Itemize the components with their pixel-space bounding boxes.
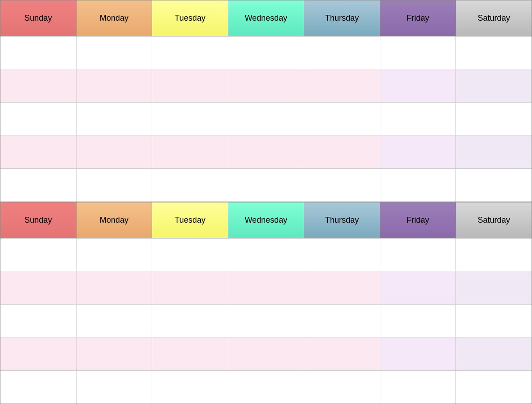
cell-2-4-tue[interactable] [152, 337, 228, 370]
cell-2-4-thu[interactable] [304, 337, 380, 370]
body-row-1-4 [0, 135, 532, 168]
cell-2-2-mon[interactable] [77, 271, 153, 304]
cell-1-1-sat[interactable] [456, 36, 532, 69]
cell-2-5-sun[interactable] [0, 371, 77, 404]
cell-1-2-thu[interactable] [304, 69, 380, 102]
body-rows-1 [0, 36, 532, 202]
cell-2-3-tue[interactable] [152, 305, 228, 337]
header-wednesday-2: Wednesday [228, 202, 304, 238]
cell-1-2-fri[interactable] [380, 69, 456, 102]
cell-1-4-sat[interactable] [456, 135, 532, 168]
day-label-thursday-2: Thursday [325, 215, 359, 225]
cell-2-2-thu[interactable] [304, 271, 380, 304]
cell-1-3-wed[interactable] [228, 103, 304, 135]
cell-2-1-wed[interactable] [228, 238, 304, 271]
cell-1-5-wed[interactable] [228, 169, 304, 202]
cell-2-2-sat[interactable] [456, 271, 532, 304]
cell-1-2-sat[interactable] [456, 69, 532, 102]
day-label-monday-1: Monday [100, 13, 129, 23]
body-rows-2 [0, 238, 532, 404]
header-thursday-2: Thursday [304, 202, 380, 238]
cell-2-2-wed[interactable] [228, 271, 304, 304]
cell-1-3-fri[interactable] [380, 103, 456, 135]
cell-1-4-fri[interactable] [380, 135, 456, 168]
day-label-monday-2: Monday [100, 215, 129, 225]
cell-2-1-tue[interactable] [152, 238, 228, 271]
cell-2-1-mon[interactable] [77, 238, 153, 271]
body-row-2-4 [0, 337, 532, 370]
cell-2-3-wed[interactable] [228, 305, 304, 337]
cell-2-3-thu[interactable] [304, 305, 380, 337]
header-friday-1: Friday [380, 0, 456, 36]
header-wednesday-1: Wednesday [228, 0, 304, 36]
header-sunday-2: Sunday [0, 202, 77, 238]
cell-1-5-mon[interactable] [77, 169, 153, 202]
cell-1-1-fri[interactable] [380, 36, 456, 69]
header-tuesday-2: Tuesday [152, 202, 228, 238]
cell-2-3-fri[interactable] [380, 305, 456, 337]
cell-2-4-fri[interactable] [380, 337, 456, 370]
cell-2-5-wed[interactable] [228, 371, 304, 404]
cell-1-4-mon[interactable] [77, 135, 153, 168]
header-friday-2: Friday [380, 202, 456, 238]
cell-1-3-tue[interactable] [152, 103, 228, 135]
header-saturday-1: Saturday [456, 0, 532, 36]
cell-1-5-thu[interactable] [304, 169, 380, 202]
body-row-1-1 [0, 36, 532, 69]
cell-2-4-wed[interactable] [228, 337, 304, 370]
header-monday-1: Monday [77, 0, 153, 36]
cell-1-1-tue[interactable] [152, 36, 228, 69]
cell-2-5-sat[interactable] [456, 371, 532, 404]
cell-1-5-sun[interactable] [0, 169, 77, 202]
cell-2-3-mon[interactable] [77, 305, 153, 337]
cell-1-5-tue[interactable] [152, 169, 228, 202]
cell-2-2-fri[interactable] [380, 271, 456, 304]
cell-1-1-mon[interactable] [77, 36, 153, 69]
cell-2-3-sat[interactable] [456, 305, 532, 337]
cell-2-2-tue[interactable] [152, 271, 228, 304]
cell-1-5-sat[interactable] [456, 169, 532, 202]
cell-1-2-sun[interactable] [0, 69, 77, 102]
cell-1-4-tue[interactable] [152, 135, 228, 168]
cell-2-4-sat[interactable] [456, 337, 532, 370]
cell-1-3-mon[interactable] [77, 103, 153, 135]
cell-1-2-mon[interactable] [77, 69, 153, 102]
cell-2-3-sun[interactable] [0, 305, 77, 337]
cell-2-2-sun[interactable] [0, 271, 77, 304]
cell-2-1-thu[interactable] [304, 238, 380, 271]
header-thursday-1: Thursday [304, 0, 380, 36]
day-label-tuesday-1: Tuesday [175, 13, 205, 23]
cell-1-4-sun[interactable] [0, 135, 77, 168]
day-label-sunday-1: Sunday [24, 13, 52, 23]
cell-1-2-tue[interactable] [152, 69, 228, 102]
cell-2-4-sun[interactable] [0, 337, 77, 370]
cell-1-4-thu[interactable] [304, 135, 380, 168]
cell-2-4-mon[interactable] [77, 337, 153, 370]
day-label-saturday-1: Saturday [478, 13, 510, 23]
cell-1-1-sun[interactable] [0, 36, 77, 69]
cell-2-1-fri[interactable] [380, 238, 456, 271]
body-row-1-2 [0, 69, 532, 102]
header-monday-2: Monday [77, 202, 153, 238]
cell-1-1-wed[interactable] [228, 36, 304, 69]
cell-2-5-tue[interactable] [152, 371, 228, 404]
cell-2-1-sun[interactable] [0, 238, 77, 271]
calendar-container: Sunday Monday Tuesday Wednesday Thursday… [0, 0, 532, 404]
body-row-2-1 [0, 238, 532, 271]
cell-2-5-mon[interactable] [77, 371, 153, 404]
cell-1-3-sun[interactable] [0, 103, 77, 135]
header-tuesday-1: Tuesday [152, 0, 228, 36]
cell-1-4-wed[interactable] [228, 135, 304, 168]
header-sunday-1: Sunday [0, 0, 77, 36]
cell-1-2-wed[interactable] [228, 69, 304, 102]
cell-1-3-sat[interactable] [456, 103, 532, 135]
cell-2-5-thu[interactable] [304, 371, 380, 404]
cell-2-1-sat[interactable] [456, 238, 532, 271]
cell-2-5-fri[interactable] [380, 371, 456, 404]
header-saturday-2: Saturday [456, 202, 532, 238]
cell-1-1-thu[interactable] [304, 36, 380, 69]
cell-1-5-fri[interactable] [380, 169, 456, 202]
body-row-1-3 [0, 103, 532, 135]
cell-1-3-thu[interactable] [304, 103, 380, 135]
header-row-1: Sunday Monday Tuesday Wednesday Thursday… [0, 0, 532, 36]
